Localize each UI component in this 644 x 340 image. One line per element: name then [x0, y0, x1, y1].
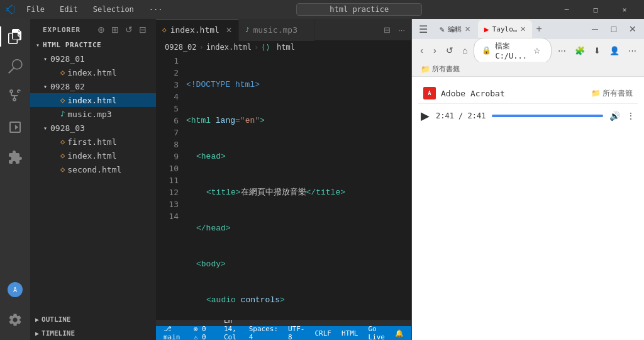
code-line-7: <audio controls> [186, 294, 411, 306]
activity-run[interactable] [0, 112, 30, 142]
time-display: 2:41 / 2:41 [436, 111, 486, 120]
browser-home-button[interactable]: ⌂ [460, 42, 470, 59]
html-file-icon: ◇ [60, 68, 65, 77]
browser-forward-button[interactable]: › [430, 42, 440, 59]
close-button[interactable]: ✕ [610, 0, 639, 19]
browser-more-btn[interactable]: ⋯ [555, 45, 569, 57]
breadcrumb: 0928_02 › index.html › ⟨⟩ html [156, 41, 411, 54]
errors-status[interactable]: ⊗ 0 ⚠ 0 [191, 325, 216, 340]
file-0928-02-index[interactable]: ◇ index.html [30, 93, 156, 107]
cursor-position[interactable]: Ln 14, Col 8 [221, 317, 242, 340]
progress-bar[interactable] [492, 115, 603, 117]
browser-tab-taylor[interactable]: ▶ Taylo… ✕ [478, 20, 533, 38]
new-tab-button[interactable]: + [533, 23, 544, 35]
outline-section[interactable]: ▶ OUTLINE [30, 312, 156, 326]
indentation-status[interactable]: Spaces: 4 [247, 325, 280, 340]
settings-btn[interactable]: ⋯ [626, 45, 639, 57]
breadcrumb-symbol[interactable]: ⟨⟩ html [261, 43, 295, 52]
more-options-button[interactable]: ⋮ [626, 111, 635, 121]
code-content[interactable]: <!DOCTYPE html> <html lang="en"> <head> … [186, 54, 411, 320]
browser-back-button[interactable]: ‹ [417, 42, 426, 59]
taylor-tab-close[interactable]: ✕ [520, 25, 526, 33]
minimize-button[interactable]: ─ [552, 0, 581, 19]
browser-tab-edit[interactable]: ✎ 編輯 ✕ [433, 20, 477, 38]
collapse-button[interactable]: ⊟ [137, 24, 148, 35]
browser-bookmarks-row: 📁 所有書籤 [412, 62, 644, 77]
tab-close-button[interactable]: ✕ [226, 26, 232, 35]
refresh-button[interactable]: ↺ [123, 24, 135, 35]
menu-edit[interactable]: Edit [56, 4, 82, 15]
activity-search[interactable] [0, 52, 30, 82]
activity-account[interactable]: A [0, 275, 30, 305]
folder-0928-03[interactable]: ▾ 0928_03 [30, 121, 156, 135]
git-branch-status[interactable]: ⎇ main [161, 325, 186, 340]
tab-html-icon: ◇ [162, 26, 167, 34]
favorites-button[interactable]: ☆ [531, 45, 543, 57]
timeline-section[interactable]: ▶ TIMELINE [30, 326, 156, 340]
file-0928-01-index[interactable]: ◇ index.html [30, 65, 156, 79]
new-folder-button[interactable]: ⊞ [109, 24, 121, 35]
activity-source-control[interactable] [0, 82, 30, 112]
split-editor-button[interactable]: ⊟ [381, 24, 393, 36]
encoding-status[interactable]: UTF-8 [286, 325, 308, 340]
line-numbers: 12345 678910 11121314 [156, 54, 186, 320]
new-file-button[interactable]: ⊕ [96, 24, 107, 35]
browser-refresh-button[interactable]: ↺ [443, 42, 456, 59]
more-actions-button[interactable]: ··· [396, 24, 408, 36]
file-02-music-label: music.mp3 [67, 110, 111, 119]
file-03-first-label: first.html [67, 137, 116, 147]
file-01-index-label: index.html [67, 68, 116, 77]
browser-win-close[interactable]: ✕ [624, 20, 641, 38]
file-0928-03-first[interactable]: ◇ first.html [30, 135, 156, 149]
browser-sidebar-toggle[interactable]: ☰ [414, 20, 432, 38]
adobe-row: A Adobe Acrobat 📁 所有書籤 [418, 83, 638, 104]
breadcrumb-file[interactable]: index.html [206, 43, 252, 52]
tab-index-html[interactable]: ◇ index.html ✕ [156, 19, 239, 41]
browser-address-bar[interactable]: 🔒 檔案 C:/U... ☆ [474, 38, 552, 64]
menu-bar: File Edit Selection ··· html practice ─ … [0, 0, 644, 19]
notifications-button[interactable]: 🔔 [392, 329, 406, 337]
folder-02-label: 0928_02 [50, 82, 85, 91]
folder-0928-02[interactable]: ▾ 0928_02 [30, 79, 156, 93]
browser-win-minimize[interactable]: ─ [586, 20, 604, 38]
music-file-icon: ♪ [60, 110, 65, 118]
menu-file[interactable]: File [23, 4, 48, 15]
file-0928-03-second[interactable]: ◇ second.html [30, 162, 156, 176]
root-chevron: ▾ [33, 42, 43, 48]
menu-more[interactable]: ··· [145, 4, 167, 15]
timeline-chevron: ▶ [35, 330, 39, 337]
language-status[interactable]: HTML [339, 329, 361, 337]
volume-button[interactable]: 🔊 [609, 111, 620, 121]
code-editor[interactable]: 12345 678910 11121314 <!DOCTYPE html> <h… [156, 54, 411, 320]
file-0928-02-music[interactable]: ♪ music.mp3 [30, 107, 156, 121]
play-button[interactable]: ▶ [421, 109, 430, 123]
folder-0928-01[interactable]: ▾ 0928_01 [30, 52, 156, 65]
sidebar-header: EXPLORER ⊕ ⊞ ↺ ⊟ [30, 19, 156, 38]
tab-music-mp3[interactable]: ♪ music.mp3 [239, 19, 314, 41]
folder-02-chevron: ▾ [40, 83, 50, 90]
eol-status[interactable]: CRLF [313, 329, 335, 337]
active-file-icon: ◇ [60, 96, 65, 105]
activity-extensions[interactable] [0, 142, 30, 173]
browser-panel: ☰ ✎ 編輯 ✕ ▶ Taylo… ✕ + ─ □ ✕ [411, 19, 644, 340]
maximize-button[interactable]: □ [581, 0, 610, 19]
bookmark-folder[interactable]: 📁 所有書籤 [417, 63, 464, 75]
activity-settings[interactable] [0, 305, 30, 335]
extensions-btn[interactable]: 🧩 [572, 45, 587, 57]
browser-win-restore[interactable]: □ [605, 20, 623, 38]
adobe-folder-button[interactable]: 📁 所有書籤 [591, 88, 633, 99]
file-0928-03-index[interactable]: ◇ index.html [30, 149, 156, 162]
avatar[interactable]: A [8, 282, 23, 297]
edit-tab-close[interactable]: ✕ [465, 25, 470, 33]
tree-root[interactable]: ▾ HTML PRACTICE [30, 38, 156, 52]
activity-explorer[interactable] [0, 21, 30, 52]
global-search-bar[interactable]: html practice [296, 3, 422, 16]
profile-btn[interactable]: 👤 [607, 45, 622, 57]
breadcrumb-folder[interactable]: 0928_02 [165, 43, 197, 52]
code-line-4: <title>在網頁中撥放音樂</title> [186, 186, 411, 198]
adobe-icon: A [423, 87, 436, 99]
menu-selection[interactable]: Selection [89, 4, 138, 15]
downloads-btn[interactable]: ⬇ [591, 45, 603, 57]
live-server-button[interactable]: Go Live [366, 325, 388, 340]
code-line-6: <body> [186, 258, 411, 270]
